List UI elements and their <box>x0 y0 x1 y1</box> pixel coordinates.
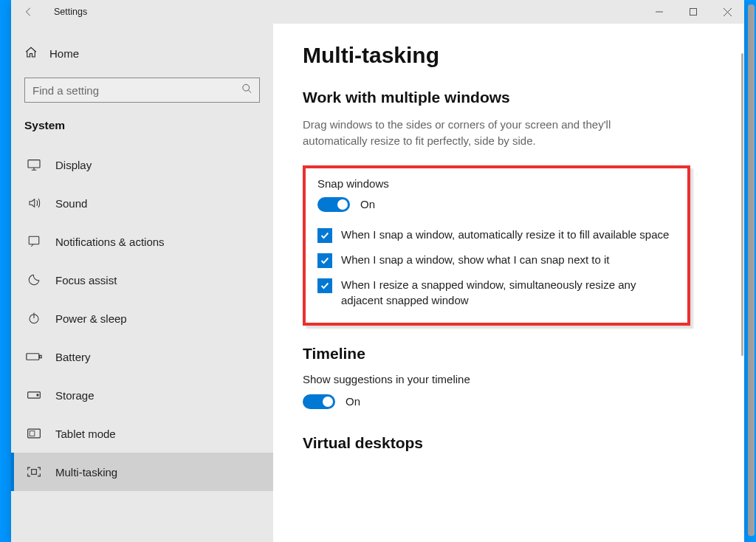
sidebar-item-display[interactable]: Display <box>11 145 273 184</box>
sidebar-item-label: Power & sleep <box>55 312 127 325</box>
svg-rect-5 <box>27 354 39 360</box>
snap-windows-label: Snap windows <box>317 177 676 190</box>
svg-rect-3 <box>29 236 39 244</box>
svg-rect-11 <box>32 470 37 475</box>
snap-resize-fill-label: When I snap a window, automatically resi… <box>341 227 669 242</box>
section-heading-virtual-desktops: Virtual desktops <box>303 434 715 452</box>
notifications-icon <box>26 235 42 248</box>
home-link[interactable]: Home <box>11 40 273 67</box>
timeline-suggestions-label: Show suggestions in your timeline <box>303 373 715 385</box>
window-controls <box>642 0 744 24</box>
sidebar-item-label: Battery <box>55 351 91 363</box>
sidebar-item-label: Tablet mode <box>55 428 116 440</box>
window-title: Settings <box>54 7 87 17</box>
sidebar-item-label: Sound <box>55 197 87 210</box>
multitasking-icon <box>26 466 42 478</box>
nav-category: System <box>11 119 273 145</box>
snap-resize-fill-checkbox[interactable] <box>317 228 332 243</box>
storage-icon <box>26 390 42 400</box>
svg-rect-10 <box>30 431 35 436</box>
sidebar-item-battery[interactable]: Battery <box>11 337 273 376</box>
home-label: Home <box>49 47 79 60</box>
section-heading-windows: Work with multiple windows <box>303 89 715 106</box>
home-icon <box>24 46 38 61</box>
sidebar-item-sound[interactable]: Sound <box>11 184 273 222</box>
sidebar-item-label: Display <box>55 159 92 171</box>
sidebar-item-focus-assist[interactable]: Focus assist <box>11 261 273 299</box>
svg-rect-0 <box>690 9 697 16</box>
svg-rect-6 <box>40 355 42 357</box>
section-heading-timeline: Timeline <box>303 345 715 363</box>
search-input[interactable] <box>24 78 260 103</box>
svg-rect-2 <box>28 160 40 168</box>
snap-show-next-checkbox[interactable] <box>317 253 332 268</box>
back-button[interactable] <box>11 7 47 17</box>
svg-point-8 <box>37 394 38 396</box>
display-icon <box>26 159 42 171</box>
maximize-button[interactable] <box>676 0 710 24</box>
sidebar-item-multitasking[interactable]: Multi-tasking <box>11 453 273 491</box>
highlight-box: Snap windows On When I snap a window, au… <box>303 165 690 326</box>
snap-show-next-label: When I snap a window, show what I can sn… <box>341 252 610 267</box>
focus-assist-icon <box>26 273 42 287</box>
sidebar-item-tablet-mode[interactable]: Tablet mode <box>11 414 273 453</box>
page-title: Multi-tasking <box>303 43 715 68</box>
content: Multi-tasking Work with multiple windows… <box>273 24 744 542</box>
sidebar-item-label: Multi-tasking <box>55 466 117 478</box>
svg-point-1 <box>243 84 250 91</box>
battery-icon <box>26 351 42 362</box>
titlebar: Settings <box>11 0 744 24</box>
settings-window: Settings Home System <box>11 0 744 542</box>
sidebar-item-label: Notifications & actions <box>55 236 165 248</box>
sidebar-item-label: Storage <box>55 389 94 402</box>
nav-list: Display Sound Notifications & actions Fo… <box>11 145 273 491</box>
timeline-toggle-state: On <box>346 395 360 408</box>
tablet-icon <box>26 428 42 439</box>
sound-icon <box>26 196 42 210</box>
search-icon <box>241 83 252 97</box>
sidebar-item-label: Focus assist <box>55 274 117 287</box>
power-icon <box>26 312 42 325</box>
sidebar: Home System Display Sound <box>11 24 273 542</box>
minimize-button[interactable] <box>642 0 676 24</box>
snap-windows-state: On <box>360 198 375 210</box>
sidebar-item-notifications[interactable]: Notifications & actions <box>11 222 273 261</box>
page-scrollbar[interactable] <box>748 4 755 536</box>
snap-windows-toggle[interactable] <box>317 197 350 212</box>
snap-resize-adjacent-label: When I resize a snapped window, simultan… <box>341 277 672 308</box>
timeline-suggestions-toggle[interactable] <box>303 394 335 409</box>
snap-resize-adjacent-checkbox[interactable] <box>317 278 332 293</box>
sidebar-item-storage[interactable]: Storage <box>11 376 273 414</box>
content-scrollbar[interactable] <box>741 53 743 356</box>
sidebar-item-power-sleep[interactable]: Power & sleep <box>11 299 273 337</box>
close-button[interactable] <box>710 0 744 24</box>
section-desc: Drag windows to the sides or corners of … <box>303 117 672 149</box>
